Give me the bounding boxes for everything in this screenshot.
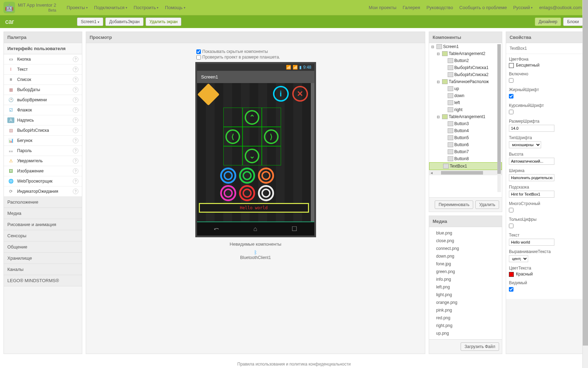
tree-down[interactable]: down (429, 92, 502, 99)
media-file[interactable]: down.png (429, 252, 502, 260)
palette-item-slider[interactable]: 📊Бегунок? (4, 136, 82, 146)
tree-button6[interactable]: Button6 (429, 141, 502, 148)
color-red-button[interactable] (239, 185, 255, 201)
help-icon[interactable]: ? (73, 117, 78, 123)
tree-button4[interactable]: Button4 (429, 127, 502, 134)
remove-screen-button[interactable]: Удалить экран (146, 18, 182, 26)
palette-section-drawing[interactable]: Рисование и анимация (4, 219, 82, 230)
info-button[interactable]: i (273, 86, 289, 102)
left-button[interactable]: ⟨ (225, 129, 240, 144)
menu-account[interactable]: enlags@outlook.com▾ (539, 5, 584, 10)
palette-item-timepicker[interactable]: 🕐выборВремени? (4, 95, 82, 105)
tree-left[interactable]: left (429, 99, 502, 106)
media-file[interactable]: up.png (429, 329, 502, 337)
prop-height-input[interactable] (509, 158, 554, 165)
add-screen-button[interactable]: ДобавитьЭкран (105, 18, 144, 26)
prop-italic-checkbox[interactable] (509, 110, 513, 114)
prop-width-input[interactable] (509, 174, 554, 181)
tree-up[interactable]: up (429, 85, 502, 92)
help-icon[interactable]: ? (73, 178, 78, 184)
tree-ta1[interactable]: ⊟TableArrangement1 (429, 113, 502, 120)
palette-section-media[interactable]: Медиа (4, 208, 82, 219)
palette-section-ui[interactable]: Интерфейс пользователя (4, 43, 82, 54)
color-white-button[interactable] (258, 185, 274, 201)
palette-section-social[interactable]: Общение (4, 241, 82, 253)
prop-align-select[interactable]: центр (509, 255, 528, 262)
palette-item-button[interactable]: ▭Кнопка? (4, 54, 82, 64)
palette-item-listpicker[interactable]: ▤ВыборИзСписка? (4, 125, 82, 136)
link-report[interactable]: Сообщить о проблеме (459, 5, 507, 10)
media-file[interactable]: left.png (429, 283, 502, 291)
link-guide[interactable]: Руководство (426, 5, 453, 10)
prop-text-input[interactable] (509, 239, 554, 246)
help-icon[interactable]: ? (73, 148, 78, 154)
palette-item-textbox[interactable]: IТекст? (4, 64, 82, 75)
help-icon[interactable]: ? (73, 168, 78, 174)
help-icon[interactable]: ? (73, 77, 78, 82)
tree-button2[interactable]: Button2 (429, 57, 502, 64)
color-pink-button[interactable] (220, 185, 236, 201)
menu-connect[interactable]: Подключиться▾ (94, 5, 127, 10)
palette-item-progress[interactable]: ⟳ИндикаторОжидания? (4, 186, 82, 197)
show-hidden-checkbox[interactable] (196, 49, 201, 54)
tree-hscroll[interactable]: ◂▸ (429, 170, 502, 175)
link-my-projects[interactable]: Мои проекты (369, 5, 397, 10)
tree-button8[interactable]: Button8 (429, 155, 502, 162)
tree-listpicker1[interactable]: ВыборИзСписка1 (429, 64, 502, 71)
phone-screen[interactable]: i ✕ ⌃ ⟨⟩ ⌄ (197, 83, 314, 222)
palette-item-checkbox[interactable]: ☑Флажок? (4, 105, 82, 115)
media-file[interactable]: fone.jpg (429, 260, 502, 268)
menu-projects[interactable]: Проекты▾ (67, 5, 88, 10)
help-icon[interactable]: ? (73, 87, 78, 93)
delete-button[interactable]: Удалить (475, 200, 499, 209)
prop-hint-input[interactable] (509, 191, 554, 198)
palette-item-listview[interactable]: ≡Список? (4, 75, 82, 85)
tablet-size-checkbox[interactable] (196, 55, 201, 60)
color-green-button[interactable] (239, 168, 255, 184)
media-file[interactable]: close.png (429, 237, 502, 245)
palette-section-layout[interactable]: Расположение (4, 197, 82, 208)
bluetooth-icon[interactable]: ᛒ (254, 250, 257, 255)
screen-select[interactable]: Screen1 ▾ (77, 18, 103, 26)
prop-multiline-checkbox[interactable] (509, 208, 513, 212)
tree-button3[interactable]: Button3 (429, 120, 502, 127)
help-icon[interactable]: ? (73, 138, 78, 143)
media-file[interactable]: right.png (429, 322, 502, 329)
prop-bold-checkbox[interactable] (509, 94, 513, 98)
media-file[interactable]: orange.png (429, 299, 502, 306)
prop-enabled-checkbox[interactable] (509, 78, 513, 83)
media-file[interactable]: blue.png (429, 229, 502, 237)
menu-language[interactable]: Русский▾ (513, 5, 533, 10)
media-file[interactable]: red.png (429, 314, 502, 322)
tree-textbox1[interactable]: TextBox1 (429, 162, 502, 170)
media-file[interactable]: info.png (429, 275, 502, 283)
tree-right[interactable]: right (429, 106, 502, 113)
tree-ta2[interactable]: ⊟TableArrangement2 (429, 50, 502, 57)
prop-fonttype-select[interactable]: моноширный (509, 141, 541, 148)
link-gallery[interactable]: Галерея (403, 5, 420, 10)
page-scrollbar[interactable] (582, 0, 588, 368)
tree-tablayout[interactable]: ⊟ТабличноеРасполож (429, 78, 502, 85)
prop-bgcolor-value[interactable]: Бесцветный (509, 63, 581, 68)
tree-screen1[interactable]: ⊟Screen1 (429, 43, 502, 50)
up-button[interactable]: ⌃ (245, 110, 259, 125)
blocks-button[interactable]: Блоки (563, 18, 583, 26)
tree-button5[interactable]: Button5 (429, 134, 502, 141)
help-icon[interactable]: ? (73, 158, 78, 164)
tree-button7[interactable]: Button7 (429, 148, 502, 155)
textbox1-preview[interactable]: Hello world (199, 203, 309, 212)
palette-item-webviewer[interactable]: 🌐WebПросмотрщик? (4, 176, 82, 186)
tree-vscroll[interactable] (497, 44, 501, 192)
tree-listpicker2[interactable]: ВыборИзСписка2 (429, 71, 502, 78)
prop-textcolor-value[interactable]: Красный (509, 272, 581, 277)
palette-section-lego[interactable]: LEGO® MINDSTORMS® (4, 275, 82, 286)
right-button[interactable]: ⟩ (264, 129, 279, 144)
media-file[interactable]: pink.png (429, 306, 502, 314)
media-file[interactable]: green.png (429, 268, 502, 275)
footer-link[interactable]: Правила использования и политика конфиде… (0, 357, 588, 368)
close-button[interactable]: ✕ (292, 86, 308, 102)
palette-item-notifier[interactable]: ⚠Уведомитель? (4, 156, 82, 166)
down-button[interactable]: ⌄ (245, 149, 259, 163)
color-orange-button[interactable] (258, 168, 274, 184)
prop-numonly-checkbox[interactable] (509, 224, 513, 228)
